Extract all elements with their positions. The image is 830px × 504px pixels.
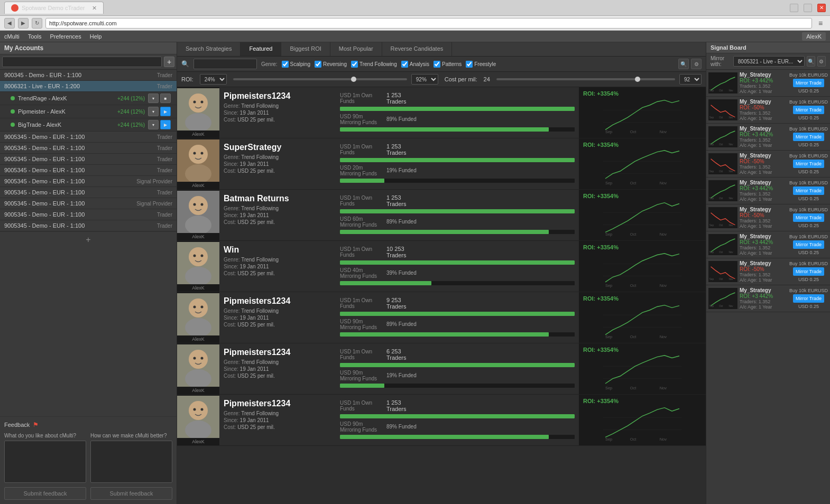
filter-reversing[interactable]: Reversing [315,61,347,68]
add-account-btn[interactable]: + [164,57,174,67]
more-account-item[interactable]: 9005345 - Demo - EUR - 1:100Trader [0,187,177,198]
back-btn[interactable]: ◀ [4,18,15,29]
filter-trend[interactable]: Trend Following [351,61,397,68]
svg-text:Nov: Nov [660,232,667,237]
svg-text:Nov: Nov [729,251,734,254]
strategy-item[interactable]: AlexK Pipmeisters1234 Genre: Trend Follo… [177,87,706,138]
tab-reverse[interactable]: Reverse Candidates [382,42,453,56]
browser-tab[interactable]: Spotware Demo cTrader ✕ [4,2,104,14]
svg-text:Sep: Sep [605,181,612,185]
mirror-trade-btn[interactable]: Mirror Trade [793,240,824,249]
filter-patterns[interactable]: Patterns [434,61,462,68]
strategy-item[interactable]: AlexK Pipmeisters1234 Genre: Trend Follo… [177,292,706,343]
mirror-trade-btn[interactable]: Mirror Trade [793,160,824,168]
strategy-chart: ROI: +3354% Sep Oct Nov [579,395,706,445]
mirror-trade-btn[interactable]: Mirror Trade [793,133,824,141]
sub-account-play-btn[interactable]: ▶ [160,107,171,116]
more-account-item[interactable]: 9005345 - Demo - EUR - 1:100Signal Provi… [0,176,177,187]
account-item-selected[interactable]: 8006321 - Live - EUR - 1:200 Trader [0,81,177,92]
window-minimize[interactable]: ─ [790,4,798,12]
signal-info: My_Strategy ROI: -50% Traders: 1.352 A/c… [740,153,787,175]
sub-account-play-btn-3[interactable]: ▶ [160,120,171,129]
account-search[interactable] [2,57,162,67]
more-account-item[interactable]: 9005345 - Demo - EUR - 1:100Trader [0,209,177,220]
strategy-item[interactable]: AlexK Pipmeisters1234 Genre: Trend Follo… [177,395,706,446]
submit-feedback-btn-2[interactable]: Submit feedback [90,487,172,500]
tab-most-popular[interactable]: Most Popular [330,42,382,56]
strategy-stats: USD 1m Own Funds 1 253 Traders USD 90m M… [336,395,579,445]
strategy-item[interactable]: AlexK Batman Returns Genre: Trend Follow… [177,190,706,241]
menu-tools[interactable]: Tools [28,33,42,40]
menu-help[interactable]: Help [90,33,102,40]
window-close[interactable]: ✕ [817,4,826,12]
tab-biggest-roi[interactable]: Biggest ROI [281,42,330,56]
more-account-item[interactable]: 9005345 - Demo - EUR - 1:100Trader [0,165,177,176]
forward-btn[interactable]: ▶ [18,18,29,29]
roi-select[interactable]: 24% [200,74,227,85]
strategy-item[interactable]: AlexK Pipmeisters1234 Genre: Trend Follo… [177,343,706,395]
menu-preferences[interactable]: Preferences [50,33,81,40]
refresh-btn[interactable]: ↻ [32,18,42,29]
cost-val-end[interactable]: 92 [679,74,702,85]
svg-text:Sep: Sep [709,251,714,254]
account-item[interactable]: 900345 - Demo - EUR - 1:100 Trader [0,70,177,81]
strategy-search-input[interactable] [193,59,257,69]
more-account-item[interactable]: 9005345 - Demo - EUR - 1:100Trader [0,154,177,165]
sub-account-stop-btn[interactable]: ■ [160,94,171,103]
filter-icon-btn-2[interactable]: ⚙ [691,59,702,69]
more-account-item[interactable]: 9005345 - Demo - EUR - 1:100Signal Provi… [0,198,177,209]
signal-buy-label: Buy 10k EURUSD [789,288,828,293]
signal-settings-btn[interactable]: ⚙ [817,56,826,67]
more-account-item[interactable]: 9005345 - Demo - EUR - 1:100Trader [0,143,177,154]
add-new-account-row[interactable]: + [0,231,177,248]
feedback-title: Feedback [4,422,30,428]
cost-label: Cost per mil: [445,76,477,82]
signal-price: USD 0.25 [798,223,819,228]
signal-item: Sep Oct Nov My_Strategy ROI: -50% Trader… [706,151,830,178]
filter-freestyle[interactable]: Freestyle [466,61,496,68]
window-maximize[interactable]: □ [804,4,812,12]
svg-text:Nov: Nov [660,181,667,185]
roi-val-select[interactable]: 92% [411,74,438,85]
roi-slider[interactable] [233,78,407,80]
more-account-item[interactable]: 9005345 - Demo - EUR - 1:100Trader [0,132,177,143]
sub-account-trendrage[interactable]: TrendRage - AlexK +244 (12%) ▾ ■ [0,92,177,105]
filter-analysis[interactable]: Analysis [401,61,429,68]
mirror-trade-btn[interactable]: Mirror Trade [793,79,824,87]
browser-menu-btn[interactable]: ≡ [815,18,826,29]
mirror-trade-btn[interactable]: Mirror Trade [793,186,824,195]
filter-icon-btn-1[interactable]: 🔍 [678,59,689,69]
tab-close[interactable]: ✕ [92,5,97,12]
menu-cmulti[interactable]: cMulti [4,33,20,40]
mirror-account-select[interactable]: 8005321 - Live - EUR... [733,56,805,67]
user-badge[interactable]: AlexK [802,32,826,41]
filter-scalping[interactable]: Scalping [282,61,310,68]
tab-featured[interactable]: Featured [241,42,281,56]
tab-search[interactable]: Search Strategies [177,42,241,56]
signal-buy-label: Buy 10k EURUSD [789,261,828,266]
signal-item: Sep Oct Nov My_Strategy ROI: -50% Trader… [706,204,830,231]
signal-price: USD 0.25 [798,142,819,147]
feedback-textarea-1[interactable] [4,441,86,483]
sub-account-pipmeister[interactable]: Pipmeister - AlexK +244 (12%) ▾ ▶ [0,105,177,118]
strategy-item[interactable]: AlexK Win Genre: Trend Following Since: … [177,241,706,292]
svg-point-1 [189,94,208,113]
svg-text:Oct: Oct [630,334,637,339]
sub-account-bigtrade[interactable]: BigTrade - AlexK +244 (12%) ▾ ▶ [0,118,177,132]
signal-search-btn[interactable]: 🔍 [807,56,815,67]
feedback-q2-label: How can we make cMulti better? [90,433,172,438]
url-bar[interactable]: http://spotware.cmulti.com [45,18,812,29]
sub-account-dropdown-2[interactable]: ▾ [148,107,159,116]
mirror-trade-btn[interactable]: Mirror Trade [793,213,824,222]
mirror-trade-btn[interactable]: Mirror Trade [793,294,824,303]
cost-slider[interactable] [496,78,675,80]
mirror-trade-btn[interactable]: Mirror Trade [793,106,824,114]
mirror-trade-btn[interactable]: Mirror Trade [793,267,824,276]
strategy-item[interactable]: AlexK SuperStrategy Genre: Trend Followi… [177,138,706,190]
feedback-textarea-2[interactable] [90,441,172,483]
submit-feedback-btn-1[interactable]: Submit feedback [4,487,86,500]
sub-account-dropdown-3[interactable]: ▾ [148,120,159,129]
sub-account-dropdown[interactable]: ▾ [148,94,159,103]
svg-rect-49 [603,303,681,340]
more-account-item[interactable]: 9005345 - Demo - EUR - 1:100Trader [0,220,177,231]
